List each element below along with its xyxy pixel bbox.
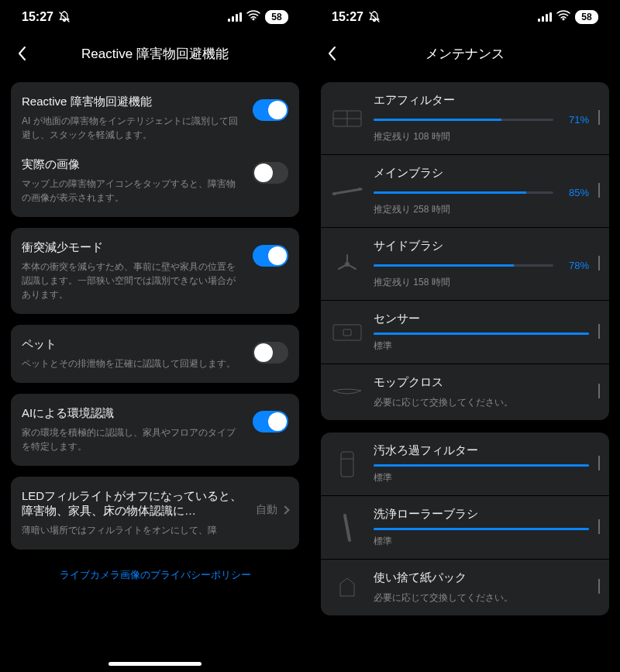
setting-desc: AI が地面の障害物をインテリジェントに識別して回避し、スタックを軽減します。	[22, 114, 243, 142]
progress-percent: 78%	[561, 260, 589, 271]
dirty-filter-icon	[330, 450, 364, 478]
mop-icon	[330, 378, 364, 406]
cellular-signal-icon	[228, 12, 242, 22]
screen-maintenance: 15:27 58 メンテナンス エアフィルター	[310, 0, 620, 672]
maint-title: メインブラシ	[374, 166, 589, 181]
chevron-right-icon	[598, 256, 600, 271]
maint-title: センサー	[374, 312, 589, 326]
cellular-signal-icon	[538, 12, 552, 22]
svg-rect-4	[333, 325, 361, 340]
side-brush-icon	[330, 250, 364, 278]
battery-indicator: 58	[575, 10, 598, 24]
toggle-ai-environment[interactable]	[253, 411, 288, 432]
setting-desc: ペットとその排泄物を正確に認識して回避します。	[22, 357, 243, 370]
dust-bag-icon	[330, 574, 364, 601]
progress-bar	[374, 264, 553, 267]
maint-item-air-filter[interactable]: エアフィルター 71% 推定残り 108 時間	[321, 82, 609, 155]
maint-sub: 標準	[374, 535, 589, 548]
svg-point-2	[358, 188, 361, 191]
home-indicator[interactable]	[108, 662, 202, 666]
setting-desc: マップ上の障害物アイコンをタップすると、障害物の画像が表示されます。	[22, 177, 243, 205]
toggle-real-image[interactable]	[253, 162, 288, 184]
nav-header: メンテナンス	[310, 34, 620, 73]
setting-title: Reactive 障害物回避機能	[22, 95, 243, 109]
setting-desc: 家の環境を積極的に認識し、家具やフロアのタイプを特定します。	[22, 426, 243, 453]
chevron-right-icon	[598, 384, 600, 398]
status-bar: 15:27 58	[310, 0, 620, 34]
setting-real-image: 実際の画像 マップ上の障害物アイコンをタップすると、障害物の画像が表示されます。	[22, 157, 288, 205]
maint-title: エアフィルター	[374, 93, 589, 108]
svg-rect-6	[341, 452, 353, 477]
maint-item-dirty-water-filter[interactable]: 汚水ろ過フィルター 標準	[321, 432, 609, 496]
maint-sub: 標準	[374, 339, 589, 353]
setting-value: 自動	[256, 503, 277, 517]
maint-item-wash-roller-brush[interactable]: 洗浄ローラーブラシ 標準	[321, 496, 609, 560]
chevron-right-icon	[598, 519, 600, 534]
chevron-right-icon	[598, 579, 600, 594]
page-title: Reactive 障害物回避機能	[81, 45, 229, 63]
setting-pet: ペット ペットとその排泄物を正確に認識して回避します。	[22, 337, 288, 370]
maint-sub: 推定残り 108 時間	[374, 130, 589, 143]
progress-bar	[374, 528, 589, 530]
maint-sub: 標準	[374, 471, 589, 484]
maint-title: サイドブラシ	[374, 239, 589, 253]
progress-bar	[374, 464, 589, 467]
battery-indicator: 58	[265, 10, 288, 24]
wash-roller-icon	[330, 514, 364, 542]
nav-header: Reactive 障害物回避機能	[0, 34, 310, 73]
main-brush-icon	[330, 177, 364, 205]
setting-reactive-avoidance: Reactive 障害物回避機能 AI が地面の障害物をインテリジェントに識別し…	[22, 95, 288, 142]
setting-ai-environment: AIによる環境認識 家の環境を積極的に認識し、家具やフロアのタイプを特定します。	[22, 406, 288, 453]
status-bar: 15:27 58	[0, 0, 310, 34]
progress-percent: 85%	[561, 187, 589, 198]
screen-obstacle-avoidance: 15:27 58 Reactive 障害物回避機能 Reactive 障害物回避…	[0, 0, 310, 672]
setting-desc: 本体の衝突を減らすため、事前に壁や家具の位置を認識します。一部狭い空間では識別で…	[22, 260, 243, 302]
filter-icon	[330, 105, 364, 133]
setting-led-fill-light[interactable]: LEDフィルライトがオフになっていると、障害物、家具、床の物体認識に… 薄暗い場…	[22, 489, 288, 537]
maint-item-main-brush[interactable]: メインブラシ 85% 推定残り 258 時間	[321, 155, 609, 228]
maint-title: 汚水ろ過フィルター	[374, 443, 589, 458]
maint-item-sensor[interactable]: センサー 標準	[321, 301, 609, 364]
sensor-icon	[330, 319, 364, 346]
maint-item-side-brush[interactable]: サイドブラシ 78% 推定残り 158 時間	[321, 228, 609, 301]
chevron-right-icon	[598, 110, 600, 125]
wifi-icon	[556, 10, 570, 24]
privacy-policy-link[interactable]: ライブカメラ画像のプライバシーポリシー	[11, 560, 299, 590]
maint-title: モップクロス	[374, 375, 589, 390]
chevron-right-icon	[598, 456, 600, 470]
chevron-right-icon	[598, 324, 600, 339]
page-title: メンテナンス	[425, 45, 505, 63]
maint-title: 洗浄ローラーブラシ	[374, 507, 589, 522]
setting-desc: 薄暗い場所ではフィルライトをオンにして、障	[22, 523, 246, 537]
setting-title: 実際の画像	[22, 157, 243, 172]
toggle-pet[interactable]	[253, 342, 288, 364]
back-button[interactable]	[12, 44, 31, 63]
toggle-reactive-avoidance[interactable]	[253, 99, 288, 121]
setting-title: LEDフィルライトがオフになっていると、障害物、家具、床の物体認識に…	[22, 489, 246, 519]
progress-percent: 71%	[561, 114, 589, 126]
toggle-collision-reduction[interactable]	[253, 245, 288, 267]
status-time: 15:27	[22, 10, 53, 24]
silent-mode-icon	[58, 11, 71, 23]
maint-sub: 推定残り 258 時間	[374, 203, 589, 216]
maint-item-mop-cloth[interactable]: モップクロス 必要に応じて交換してください。	[321, 364, 609, 420]
status-time: 15:27	[332, 10, 363, 24]
setting-title: AIによる環境認識	[22, 406, 243, 421]
setting-title: 衝突減少モード	[22, 240, 243, 255]
progress-bar	[374, 119, 553, 121]
maint-sub: 推定残り 158 時間	[374, 276, 589, 289]
progress-bar	[374, 191, 553, 194]
svg-point-1	[333, 192, 336, 195]
maint-sub: 必要に応じて交換してください。	[374, 396, 589, 409]
maint-title: 使い捨て紙パック	[374, 570, 589, 585]
chevron-right-icon	[598, 183, 600, 198]
maint-sub: 必要に応じて交換してください。	[374, 591, 589, 605]
setting-collision-reduction: 衝突減少モード 本体の衝突を減らすため、事前に壁や家具の位置を認識します。一部狭…	[22, 240, 288, 302]
chevron-right-icon	[281, 505, 289, 514]
wifi-icon	[246, 10, 260, 24]
maint-item-dust-bag[interactable]: 使い捨て紙パック 必要に応じて交換してください。	[321, 560, 609, 615]
setting-title: ペット	[22, 337, 243, 352]
svg-rect-5	[343, 329, 351, 336]
back-button[interactable]	[322, 44, 341, 63]
silent-mode-icon	[368, 11, 381, 23]
